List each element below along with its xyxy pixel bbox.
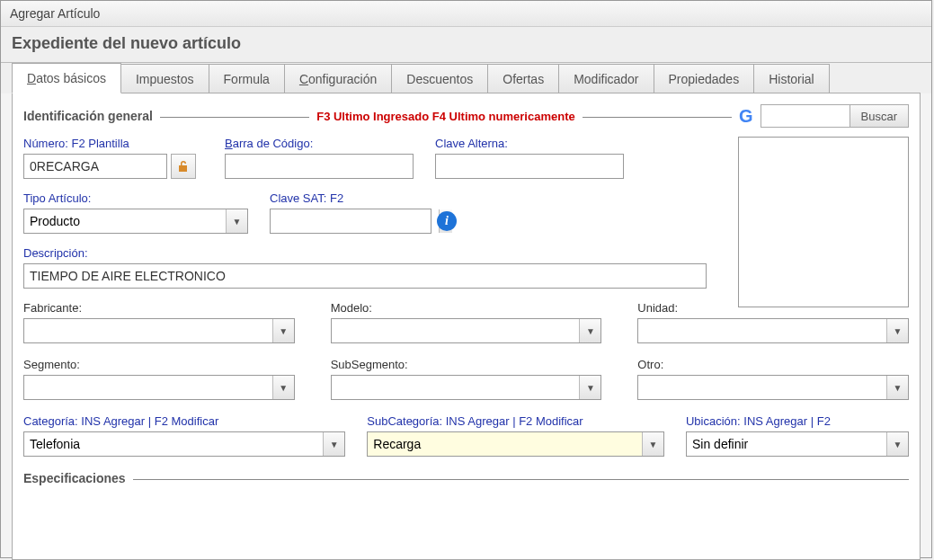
- chevron-down-icon[interactable]: ▼: [579, 376, 600, 399]
- tab-datos-basicos[interactable]: Datos básicos: [12, 63, 121, 93]
- chevron-down-icon[interactable]: ▼: [642, 432, 663, 456]
- tipo-combo[interactable]: ▼: [23, 209, 248, 234]
- form-area: Número: F2 Plantilla Barra de Código: Cl…: [23, 137, 909, 485]
- info-icon[interactable]: i: [437, 211, 457, 231]
- label-tipo: Tipo Artículo:: [23, 191, 248, 205]
- label-descripcion: Descripción:: [23, 246, 707, 260]
- lock-open-icon: [176, 159, 191, 173]
- label-clave-sat: Clave SAT: F2: [270, 191, 467, 205]
- window-title: Agregar Artículo: [1, 1, 931, 27]
- label-categoria: Categoría: INS Agregar | F2 Modificar: [23, 414, 345, 428]
- tab-configuracion[interactable]: Configuración: [284, 64, 392, 93]
- tab-strip: Datos básicos Impuestos Formula Configur…: [1, 63, 931, 93]
- fabricante-combo[interactable]: ▼: [23, 318, 295, 343]
- shortcut-hint: F3 Ultimo Ingresado F4 Ultimo numericame…: [316, 110, 575, 123]
- subcategoria-input[interactable]: [368, 432, 642, 456]
- label-clave-alterna: Clave Alterna:: [435, 137, 624, 150]
- categoria-combo[interactable]: ▼: [23, 431, 345, 457]
- tab-formula[interactable]: Formula: [209, 64, 285, 93]
- label-numero: Número: F2 Plantilla: [23, 137, 203, 150]
- tab-descuentos[interactable]: Descuentos: [391, 64, 488, 93]
- chevron-down-icon[interactable]: ▼: [886, 432, 908, 456]
- label-modelo: Modelo:: [331, 301, 602, 315]
- tab-ofertas[interactable]: Ofertas: [487, 64, 559, 93]
- section-identificacion-title: Identificación general: [23, 109, 153, 123]
- page-header: Expediente del nuevo artículo: [1, 27, 931, 63]
- segmento-input[interactable]: [24, 376, 272, 399]
- numero-input[interactable]: [23, 154, 167, 179]
- unidad-combo[interactable]: ▼: [637, 318, 909, 343]
- categoria-input[interactable]: [24, 432, 323, 456]
- chevron-down-icon[interactable]: ▼: [886, 319, 908, 342]
- section-identificacion-legend: Identificación general F3 Ultimo Ingresa…: [23, 104, 909, 128]
- google-icon[interactable]: G: [739, 107, 753, 125]
- image-placeholder[interactable]: [738, 137, 909, 307]
- tipo-combo-input[interactable]: [24, 209, 226, 233]
- tab-modificador[interactable]: Modificador: [558, 64, 654, 93]
- subsegmento-combo[interactable]: ▼: [331, 375, 602, 400]
- chevron-down-icon[interactable]: ▼: [886, 376, 908, 399]
- chevron-down-icon[interactable]: ▼: [272, 376, 294, 399]
- clave-alterna-input[interactable]: [435, 154, 624, 179]
- fabricante-input[interactable]: [24, 319, 272, 342]
- subcategoria-combo[interactable]: ▼: [367, 431, 664, 457]
- chevron-down-icon[interactable]: ▼: [323, 432, 344, 456]
- ubicacion-input[interactable]: [687, 432, 886, 456]
- label-ubicacion: Ubicación: INS Agregar | F2: [686, 414, 909, 428]
- chevron-down-icon[interactable]: ▼: [579, 319, 600, 342]
- clave-sat-combo[interactable]: ⋯: [270, 209, 431, 234]
- search-input[interactable]: [761, 104, 850, 128]
- chevron-down-icon[interactable]: ▼: [226, 209, 247, 233]
- search-button[interactable]: Buscar: [849, 104, 909, 128]
- label-subsegmento: SubSegmento:: [331, 358, 602, 371]
- label-barra: Barra de Código:: [225, 137, 414, 150]
- tab-panel: Identificación general F3 Ultimo Ingresa…: [12, 93, 921, 560]
- descripcion-input[interactable]: [23, 263, 707, 289]
- clave-sat-input[interactable]: [271, 209, 439, 233]
- tab-impuestos[interactable]: Impuestos: [120, 64, 209, 93]
- tab-historial[interactable]: Historial: [753, 64, 830, 93]
- modelo-combo[interactable]: ▼: [331, 318, 602, 343]
- chevron-down-icon[interactable]: ▼: [272, 319, 294, 342]
- label-segmento: Segmento:: [23, 358, 295, 371]
- subsegmento-input[interactable]: [332, 376, 580, 399]
- label-subcategoria: SubCategoría: INS Agregar | F2 Modificar: [367, 414, 664, 428]
- segmento-combo[interactable]: ▼: [23, 375, 295, 400]
- ubicacion-combo[interactable]: ▼: [686, 431, 909, 457]
- lock-button[interactable]: [171, 154, 196, 179]
- label-otro: Otro:: [637, 358, 909, 371]
- tab-propiedades[interactable]: Propiedades: [654, 64, 755, 93]
- unidad-input[interactable]: [638, 319, 886, 342]
- page-title: Expediente del nuevo artículo: [12, 34, 921, 53]
- otro-input[interactable]: [638, 376, 886, 399]
- window: Agregar Artículo Expediente del nuevo ar…: [0, 0, 932, 558]
- label-fabricante: Fabricante:: [23, 301, 295, 315]
- section-especificaciones-legend: Especificaciones: [23, 471, 909, 485]
- section-especificaciones-title: Especificaciones: [23, 471, 126, 485]
- modelo-input[interactable]: [332, 319, 580, 342]
- barra-input[interactable]: [225, 154, 414, 179]
- otro-combo[interactable]: ▼: [637, 375, 909, 400]
